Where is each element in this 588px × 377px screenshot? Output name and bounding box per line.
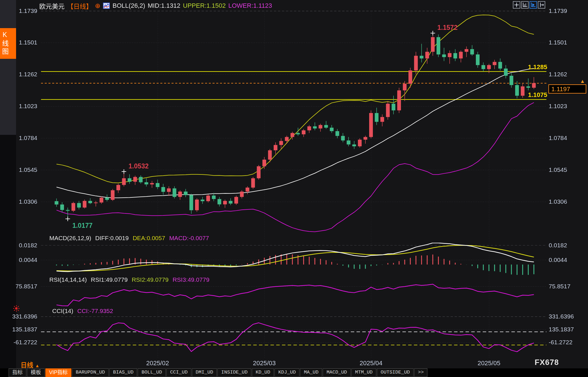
support-level-label: 1.1075 — [504, 91, 547, 99]
cci-axis-label: 135.1837 — [0, 326, 37, 333]
macd-value: MACD:-0.0077 — [169, 235, 209, 242]
axis-bars-icon[interactable] — [521, 1, 529, 9]
price-annotation: 1.1572 — [437, 24, 457, 32]
timeframe-selector[interactable]: 日线 ▲ — [21, 360, 40, 369]
axis-play-icon[interactable] — [529, 1, 537, 9]
macd-axis-label: 0.0044 — [0, 256, 37, 263]
rsi2-value: RSI2:49.0779 — [132, 276, 168, 283]
cci-axis-label: -61.2722 — [549, 339, 573, 346]
last-price-arrow-icon: ▲ — [580, 79, 585, 83]
boll-lower-value: LOWER:1.1123 — [228, 2, 272, 9]
bottom-tab-6[interactable]: CCI_UD — [166, 368, 191, 377]
resistance-level-label: 1.1285 — [504, 63, 547, 71]
bottom-tab-9[interactable]: KD_UD — [252, 368, 274, 377]
symbol-name: 欧元美元 — [39, 1, 65, 10]
price-axis-label: 1.1023 — [0, 103, 37, 110]
rsi-panel-header: RSI(14,14,14) RSI1:49.0779 RSI2:49.0779 … — [49, 276, 209, 283]
rsi-axis-label: 75.8517 — [549, 283, 571, 290]
price-axis-label: 1.0545 — [549, 166, 567, 173]
bottom-tab-0[interactable]: 指标 — [9, 368, 26, 377]
price-axis-label: 1.1262 — [0, 71, 37, 78]
price-axis-label: 1.1739 — [0, 7, 37, 14]
month-label: 2025/02 — [146, 359, 169, 367]
price-annotation: 1.0177 — [72, 222, 92, 230]
cci-axis-label: 331.6396 — [0, 313, 37, 320]
alert-sun-icon[interactable] — [13, 305, 20, 313]
bottom-tab-5[interactable]: BOLL_UD — [138, 368, 166, 377]
price-axis-label: 1.0306 — [549, 198, 567, 205]
cci-axis-label: -61.2722 — [0, 339, 37, 346]
price-axis-label: 1.1262 — [549, 71, 567, 78]
price-axis-label: 1.0306 — [0, 198, 37, 205]
bottom-tab-8[interactable]: INSIDE_UD — [217, 368, 251, 377]
bottom-tab-2[interactable]: VIP指标 — [45, 368, 71, 377]
add-indicator-icon[interactable]: ⊕ — [95, 3, 100, 9]
bottom-tab-7[interactable]: DMI_UD — [192, 368, 217, 377]
rsi-title: RSI(14,14,14) — [49, 276, 87, 283]
candlestick-chart[interactable] — [0, 0, 588, 377]
price-axis-label: 1.1501 — [549, 39, 567, 46]
price-axis-label: 1.0545 — [0, 166, 37, 173]
boll-mid-value: MID:1.1312 — [148, 2, 180, 9]
bottom-tab-10[interactable]: KDJ_UD — [274, 368, 299, 377]
macd-title: MACD(26,12,9) — [49, 235, 91, 242]
rsi1-value: RSI1:49.0779 — [91, 276, 128, 283]
rsi3-value: RSI3:49.0779 — [173, 276, 209, 283]
fx678-logo: FX678 — [535, 358, 559, 367]
macd-diff-value: DIFF:0.0019 — [95, 235, 129, 242]
bottom-tab-11[interactable]: MA_UD — [300, 368, 322, 377]
chart-title-bar: 欧元美元 【日线】 ⊕ BOLL(26,2) MID:1.1312 UPPER:… — [39, 1, 272, 10]
last-price-tag: 1.1197 — [548, 84, 586, 94]
price-axis-label: 1.1739 — [549, 7, 567, 14]
mini-chart-icon[interactable] — [103, 3, 110, 9]
bottom-tab-3[interactable]: BARUPDN_UD — [72, 368, 109, 377]
indicator-name: BOLL(26,2) — [112, 2, 145, 9]
price-axis-label: 1.1501 — [0, 39, 37, 46]
cci-axis-label: 135.1837 — [549, 326, 574, 333]
macd-axis-label: 0.0044 — [549, 256, 567, 263]
bottom-tab-1[interactable]: 模板 — [27, 368, 45, 377]
cci-panel-header: CCI(14) CCI:-77.9352 — [52, 308, 113, 314]
bottom-tab-4[interactable]: BIAS_UD — [109, 368, 137, 377]
price-axis-label: 1.1023 — [549, 103, 567, 110]
bottom-tab-14[interactable]: OUTSIDE_UD — [377, 368, 414, 377]
boll-upper-value: UPPER:1.1502 — [183, 2, 226, 9]
pan-cross-icon[interactable] — [513, 1, 520, 9]
macd-axis-label: 0.0182 — [549, 242, 567, 249]
bottom-tab-13[interactable]: MTM_UD — [351, 368, 376, 377]
sidebar — [0, 0, 16, 135]
cci-axis-label: 331.6396 — [549, 313, 574, 320]
price-axis-label: 1.0784 — [549, 135, 567, 141]
month-label: 2025/04 — [360, 359, 383, 367]
period-selector[interactable]: 【日线】 — [67, 1, 92, 10]
cci-title: CCI(14) — [52, 308, 73, 314]
timeframe-caret-icon: ▲ — [35, 363, 40, 368]
macd-panel-header: MACD(26,12,9) DIFF:0.0019 DEA:0.0057 MAC… — [49, 235, 209, 242]
month-label: 2025/03 — [253, 359, 276, 367]
bottom-indicator-tabbar: 指标模板VIP指标BARUPDN_UDBIAS_UDBOLL_UDCCI_UDD… — [0, 368, 588, 377]
price-axis-label: 1.0784 — [0, 135, 37, 141]
cci-value: CCI:-77.9352 — [77, 308, 113, 314]
chart-toolbar — [513, 1, 545, 9]
macd-dea-value: DEA:0.0057 — [133, 235, 165, 242]
month-label: 2025/05 — [478, 359, 501, 367]
rsi-axis-label: 75.8517 — [0, 283, 37, 290]
macd-axis-label: 0.0182 — [0, 242, 37, 249]
bottom-tab-12[interactable]: MACD_UD — [323, 368, 351, 377]
price-annotation: 1.0532 — [128, 162, 149, 170]
bottom-tab-15[interactable]: >> — [414, 368, 427, 377]
axis-shift-icon[interactable] — [538, 1, 545, 9]
